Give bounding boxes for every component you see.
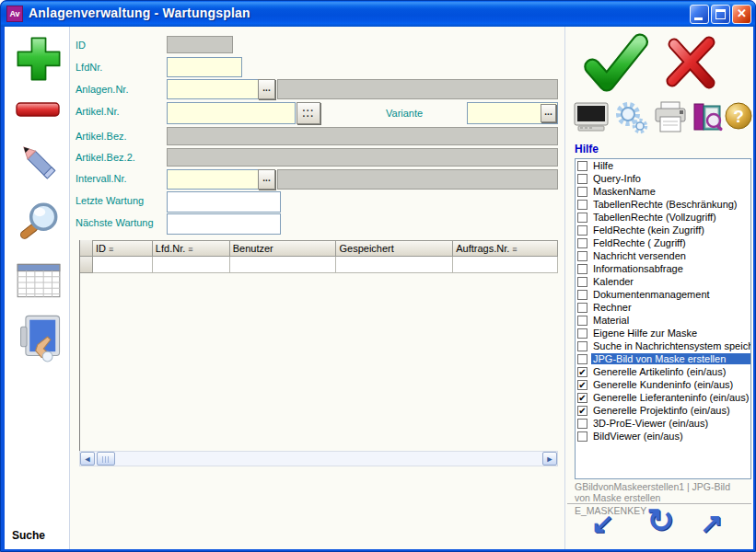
- variante-browse-button[interactable]: ...: [541, 104, 556, 122]
- checkbox[interactable]: [577, 341, 587, 351]
- checklist-item[interactable]: Informationsabfrage: [576, 262, 750, 275]
- grid-column-header[interactable]: Benutzer: [230, 240, 337, 257]
- search-records-button[interactable]: [14, 198, 67, 253]
- checklist-item[interactable]: ✔Generelle Artikelinfo (ein/aus): [576, 365, 750, 378]
- checklist-item[interactable]: Suche in Nachrichtensystem speich: [576, 339, 750, 352]
- checklist-item[interactable]: TabellenRechte (Vollzugriff): [576, 211, 750, 224]
- titlebar[interactable]: Av Anlagenverwaltung - Wartungsplan ✕: [1, 1, 756, 27]
- grid-header: ID≡Lfd.Nr.≡BenutzerGespeichertAuftrags.N…: [80, 240, 558, 257]
- checkbox[interactable]: [577, 419, 587, 429]
- delete-record-button[interactable]: [14, 100, 67, 124]
- grid-column-header[interactable]: Auftrags.Nr.≡: [453, 240, 558, 257]
- help-button[interactable]: ?: [724, 100, 753, 135]
- checklist-item[interactable]: Hilfe: [576, 159, 750, 172]
- grid-column-header[interactable]: ID≡: [93, 240, 153, 257]
- grid-column-header[interactable]: Lfd.Nr.≡: [153, 240, 230, 257]
- anlagennr-browse-button[interactable]: ...: [258, 79, 275, 99]
- checklist-item[interactable]: Query-Info: [576, 172, 750, 185]
- intervallnr-input[interactable]: [167, 169, 259, 190]
- checklist-item[interactable]: ✔Generelle Projektinfo (ein/aus): [576, 404, 750, 417]
- right-panel: ? Hilfe HilfeQuery-InfoMaskenNameTabelle…: [564, 27, 753, 549]
- anlagennr-input[interactable]: [167, 79, 259, 99]
- close-button[interactable]: ✕: [732, 5, 751, 24]
- doc-search-button[interactable]: [691, 100, 726, 139]
- settings-button[interactable]: [613, 100, 648, 139]
- checklist-item[interactable]: MaskenName: [576, 185, 750, 198]
- checkbox[interactable]: [577, 290, 587, 300]
- cancel-button[interactable]: [661, 32, 720, 97]
- checkbox[interactable]: ✔: [577, 393, 587, 403]
- checkbox[interactable]: ✔: [577, 380, 587, 390]
- grid-row[interactable]: [80, 257, 558, 273]
- nav-back-button[interactable]: ↙: [591, 507, 614, 539]
- checklist-item[interactable]: Kalender: [576, 275, 750, 288]
- checklist-item[interactable]: 3D-ProE-Viewer (ein/aus): [576, 417, 750, 430]
- grid-column-header[interactable]: Gespeichert: [336, 240, 453, 257]
- checkbox[interactable]: [577, 225, 587, 236]
- print-button[interactable]: [652, 100, 689, 139]
- hilfe-checklist[interactable]: HilfeQuery-InfoMaskenNameTabellenRechte …: [575, 158, 751, 479]
- checklist-item[interactable]: Rechner: [576, 301, 750, 314]
- nav-forward-button[interactable]: ↗: [700, 507, 723, 539]
- scrollbar-thumb[interactable]: [97, 452, 115, 466]
- checklist-item[interactable]: FeldRechte ( Zugriff): [576, 236, 750, 249]
- grid-cell[interactable]: [453, 257, 558, 273]
- scroll-right-button[interactable]: ►: [542, 452, 557, 466]
- scroll-left-button[interactable]: ◄: [80, 452, 95, 466]
- checkbox[interactable]: [577, 251, 587, 261]
- checkbox[interactable]: [577, 303, 587, 313]
- checkbox[interactable]: [577, 238, 587, 248]
- row-selector-cell[interactable]: [80, 257, 93, 273]
- checklist-item-label: FeldRechte ( Zugriff): [591, 237, 688, 248]
- artikelbez-label: Artikel.Bez.: [76, 131, 127, 142]
- checklist-item-label: Material: [591, 315, 631, 326]
- checklist-item[interactable]: Material: [576, 314, 750, 327]
- checkbox[interactable]: [577, 328, 587, 339]
- artikelnr-input[interactable]: [167, 102, 296, 124]
- naechste-wartung-input[interactable]: [167, 213, 281, 235]
- grid-cell[interactable]: [336, 257, 453, 273]
- checklist-item[interactable]: FeldRechte (kein Zugriff): [576, 224, 750, 236]
- edit-record-button[interactable]: [14, 135, 67, 196]
- checklist-item[interactable]: ✔Generelle Kundeninfo (ein/aus): [576, 378, 750, 391]
- checklist-item[interactable]: TabellenRechte (Beschränkung): [576, 198, 750, 211]
- grid-cell[interactable]: [230, 257, 337, 273]
- naechste-wartung-label: Nächste Wartung: [76, 217, 154, 228]
- grid-cell[interactable]: [93, 257, 153, 273]
- checkbox[interactable]: [577, 161, 587, 171]
- checklist-item-label: Generelle Lieferanteninfo (ein/aus): [591, 392, 750, 403]
- maximize-button[interactable]: [711, 5, 730, 24]
- letzte-wartung-input[interactable]: [167, 191, 281, 213]
- checklist-item[interactable]: BildViewer (ein/aus): [576, 430, 750, 443]
- checkbox[interactable]: [577, 200, 587, 210]
- grid-horizontal-scrollbar[interactable]: ◄ ►: [79, 451, 558, 466]
- nav-refresh-button[interactable]: ↻: [646, 501, 674, 540]
- screen-button[interactable]: [573, 100, 610, 137]
- checklist-item[interactable]: ✔Generelle Lieferanteninfo (ein/aus): [576, 391, 750, 404]
- checkbox[interactable]: ✔: [577, 406, 587, 416]
- grid-cell[interactable]: [153, 257, 230, 273]
- checkbox[interactable]: [577, 264, 587, 274]
- intervallnr-browse-button[interactable]: ...: [258, 169, 275, 190]
- checkbox[interactable]: [577, 187, 587, 197]
- checklist-item[interactable]: Eigene Hilfe zur Maske: [576, 327, 750, 339]
- app-window: Av Anlagenverwaltung - Wartungsplan ✕: [0, 0, 756, 552]
- checkbox[interactable]: [577, 277, 587, 287]
- checkbox[interactable]: ✔: [577, 367, 587, 377]
- minimize-button[interactable]: [690, 5, 709, 24]
- ok-button[interactable]: [582, 29, 648, 100]
- checkbox[interactable]: [577, 174, 587, 184]
- checklist-item[interactable]: Dokumentenmanagement: [576, 288, 750, 301]
- checkbox[interactable]: [577, 316, 587, 326]
- artikelnr-browse-button[interactable]: ······: [297, 102, 320, 124]
- checkbox[interactable]: [577, 354, 587, 364]
- add-record-button[interactable]: [14, 34, 67, 89]
- checklist-item[interactable]: JPG-Bild von Maske erstellen: [576, 352, 750, 365]
- table-view-button[interactable]: [14, 259, 67, 306]
- monitor-icon: [573, 100, 610, 133]
- select-mask-button[interactable]: [14, 310, 67, 367]
- checklist-item[interactable]: Nachricht versenden: [576, 249, 750, 262]
- lfdnr-input[interactable]: [167, 57, 242, 77]
- checkbox[interactable]: [577, 431, 587, 442]
- checkbox[interactable]: [577, 213, 587, 223]
